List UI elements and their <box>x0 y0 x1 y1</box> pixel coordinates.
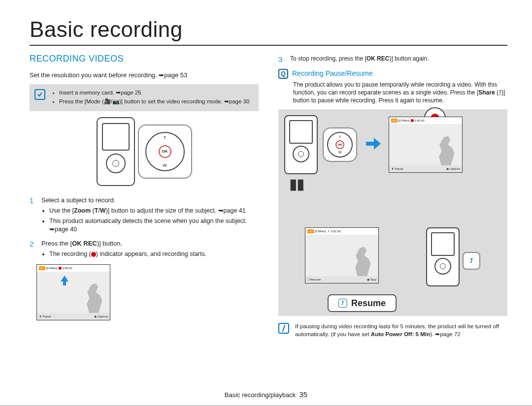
right-column: 3 To stop recording, press the [OK REC)]… <box>278 53 507 338</box>
check-icon <box>34 89 45 100</box>
intro-text: Set the resolution you want before recor… <box>30 71 259 80</box>
step-sub: Use the [Zoom (T/W)] button to adjust th… <box>49 207 259 215</box>
record-dot-icon <box>59 267 62 270</box>
step-number: 1 <box>30 196 36 235</box>
resume-button: ⤴ Resume <box>328 294 397 312</box>
arrow-right-icon <box>364 135 382 155</box>
step-number: 2 <box>30 239 36 260</box>
page-footer: Basic recording/playback 35 <box>0 390 532 400</box>
prerequisite-callout: Insert a memory card. ➥page 25 Press the… <box>30 84 259 111</box>
page-number: 35 <box>299 390 308 399</box>
section-heading: RECORDING VIDEOS <box>30 53 259 64</box>
recording-screen-preview: HD [579Min] 0:00:00 ⏸ Pause ◉ Capture <box>389 117 463 173</box>
flow-diagram: T OK W HD [579Min] 0:00:00 <box>278 109 507 316</box>
footnote: If pausing during video recording lasts … <box>278 323 507 338</box>
elapsed-time: 0:00:00 <box>63 266 72 270</box>
hd-badge: HD <box>39 266 45 270</box>
pause-label: ⏸ Pause <box>39 314 51 318</box>
camera-dpad-diagram: T OK W <box>30 117 259 186</box>
capture-label: ◉ Capture <box>94 314 108 318</box>
camera-illustration <box>426 227 460 286</box>
subject-silhouette <box>82 283 105 313</box>
remaining-time: [579Min] <box>46 266 58 270</box>
step-text: To stop recording, press the [OK REC)] b… <box>290 55 429 64</box>
step-2: 2 Press the [OK REC)] button. The record… <box>30 239 259 260</box>
dpad-t-label: T <box>164 135 166 141</box>
step-text: Select a subject to record. <box>41 196 115 204</box>
content-columns: RECORDING VIDEOS Set the resolution you … <box>30 53 507 338</box>
camera-illustration <box>284 115 318 174</box>
dpad-ok-button: OK <box>159 145 171 158</box>
step-sub: The recording () indicator appears, and … <box>49 250 206 258</box>
record-dot-icon <box>91 252 96 257</box>
paused-screen-preview: HD [579Min] ⏸ 0:01:35 ⤴ Resume ◉ Stop <box>305 227 379 283</box>
dpad-w-label: W <box>163 162 167 168</box>
step-3: 3 To stop recording, press the [OK REC)]… <box>278 55 507 64</box>
left-column: RECORDING VIDEOS Set the resolution you … <box>30 53 259 338</box>
pause-icon: ▮▮ <box>289 174 501 194</box>
camera-illustration <box>97 117 135 186</box>
callout-item: Press the [Mode (🎥/📷)] button to set the… <box>59 98 249 106</box>
page-title: Basic recording <box>30 15 507 46</box>
magnify-icon: Q <box>278 69 288 79</box>
pause-resume-heading: Q Recording Pause/Resume <box>278 69 507 79</box>
dpad-callout: T OK W <box>138 125 192 179</box>
step-text: Press the [OK REC)] button. <box>41 240 122 247</box>
step-number: 3 <box>278 55 285 64</box>
arrow-up-icon <box>60 275 69 287</box>
manual-page: Basic recording RECORDING VIDEOS Set the… <box>0 0 532 406</box>
step-sub: This product automatically detects the s… <box>49 217 259 234</box>
step-1: 1 Select a subject to record. Use the [Z… <box>30 196 259 235</box>
share-icon: ⤴ <box>338 299 347 308</box>
steps-list: 1 Select a subject to record. Use the [Z… <box>30 196 259 260</box>
pause-resume-desc: The product allows you to pause temporar… <box>278 81 507 105</box>
recording-screen-preview: HD [579Min] 0:00:00 ⏸ Pause ◉ Capture <box>36 264 110 320</box>
dpad-callout-small: T OK W <box>323 127 357 162</box>
note-icon <box>278 323 289 334</box>
callout-item: Insert a memory card. ➥page 25 <box>59 89 249 97</box>
share-button-callout: ⤴ <box>463 252 480 270</box>
